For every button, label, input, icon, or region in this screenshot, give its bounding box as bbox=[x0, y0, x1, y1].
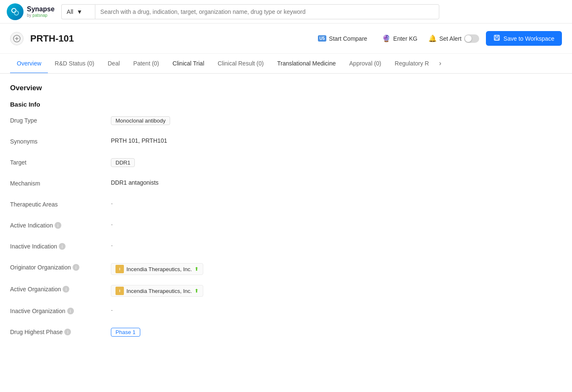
target-tag[interactable]: DDR1 bbox=[111, 158, 135, 167]
enter-kg-button[interactable]: 🔮 Enter KG bbox=[378, 32, 422, 45]
inactive-indication-info-icon[interactable]: i bbox=[59, 243, 66, 250]
svg-rect-4 bbox=[495, 38, 499, 40]
tab-clinical-trial[interactable]: Clinical Trial bbox=[166, 54, 211, 73]
value-originator-org: I Incendia Therapeutics, Inc. ⬆ bbox=[111, 262, 562, 275]
drug-title: PRTH-101 bbox=[30, 33, 307, 44]
save-icon bbox=[493, 34, 500, 42]
label-inactive-indication: Inactive Indication i bbox=[10, 241, 111, 250]
drug-type-tag: Monoclonal antibody bbox=[111, 116, 170, 125]
active-org-name: Incendia Therapeutics, Inc. bbox=[126, 288, 192, 294]
field-originator-org: Originator Organization i I Incendia The… bbox=[10, 262, 562, 275]
dropdown-icon: ▼ bbox=[76, 8, 82, 15]
start-compare-button[interactable]: U5 Start Compare bbox=[314, 33, 372, 44]
active-org-link-icon: ⬆ bbox=[194, 288, 199, 294]
tab-clinical-result[interactable]: Clinical Result (0) bbox=[211, 54, 270, 73]
field-active-org: Active Organization i I Incendia Therape… bbox=[10, 284, 562, 297]
field-active-indication: Active Indication i - bbox=[10, 220, 562, 232]
search-type-select[interactable]: All ▼ bbox=[61, 4, 95, 19]
value-active-indication: - bbox=[111, 220, 562, 228]
field-inactive-indication: Inactive Indication i - bbox=[10, 241, 562, 253]
label-active-indication: Active Indication i bbox=[10, 220, 111, 229]
value-drug-highest-phase: Phase 1 bbox=[111, 327, 562, 337]
label-therapeutic-areas: Therapeutic Areas bbox=[10, 199, 111, 208]
drug-phase-info-icon[interactable]: i bbox=[64, 329, 71, 335]
active-indication-info-icon[interactable]: i bbox=[55, 222, 61, 229]
value-drug-type: Monoclonal antibody bbox=[111, 115, 562, 125]
section-title: Overview bbox=[10, 84, 562, 92]
logo-sub: by patsnap bbox=[27, 13, 55, 18]
originator-org-info-icon[interactable]: i bbox=[73, 264, 79, 271]
kg-icon: 🔮 bbox=[382, 34, 391, 42]
svg-point-1 bbox=[14, 11, 18, 15]
save-to-workspace-button[interactable]: Save to Workspace bbox=[486, 31, 562, 46]
value-mechanism: DDR1 antagonists bbox=[111, 178, 562, 186]
active-org-badge[interactable]: I Incendia Therapeutics, Inc. ⬆ bbox=[111, 285, 203, 297]
compare-icon: U5 bbox=[318, 35, 327, 42]
value-inactive-org: - bbox=[111, 306, 562, 314]
label-synonyms: Synonyms bbox=[10, 136, 111, 145]
search-input[interactable] bbox=[95, 4, 439, 19]
field-drug-type: Drug Type Monoclonal antibody bbox=[10, 115, 562, 127]
sub-section-title: Basic Info bbox=[10, 101, 562, 108]
tab-patent[interactable]: Patent (0) bbox=[126, 54, 165, 73]
field-mechanism: Mechanism DDR1 antagonists bbox=[10, 178, 562, 190]
active-org-logo: I bbox=[115, 287, 124, 295]
drug-header: PRTH-101 U5 Start Compare 🔮 Enter KG 🔔 S… bbox=[0, 24, 572, 54]
alert-toggle[interactable] bbox=[464, 34, 479, 43]
label-originator-org: Originator Organization i bbox=[10, 262, 111, 271]
value-synonyms: PRTH 101, PRTH101 bbox=[111, 136, 562, 144]
drug-phase-tag: Phase 1 bbox=[111, 328, 140, 337]
value-active-org: I Incendia Therapeutics, Inc. ⬆ bbox=[111, 284, 562, 297]
label-target: Target bbox=[10, 157, 111, 166]
field-therapeutic-areas: Therapeutic Areas - bbox=[10, 199, 562, 211]
svg-point-0 bbox=[12, 8, 16, 13]
originator-org-logo: I bbox=[115, 265, 124, 273]
drug-icon bbox=[10, 32, 24, 45]
originator-org-link-icon: ⬆ bbox=[194, 266, 199, 272]
value-inactive-indication: - bbox=[111, 241, 562, 249]
label-drug-type: Drug Type bbox=[10, 115, 111, 124]
label-active-org: Active Organization i bbox=[10, 284, 111, 293]
logo-icon bbox=[7, 3, 24, 20]
field-drug-highest-phase: Drug Highest Phase i Phase 1 bbox=[10, 327, 562, 339]
tab-regulatory[interactable]: Regulatory R bbox=[388, 54, 436, 73]
set-alert-wrapper: 🔔 Set Alert bbox=[428, 34, 479, 43]
label-mechanism: Mechanism bbox=[10, 178, 111, 187]
originator-org-badge[interactable]: I Incendia Therapeutics, Inc. ⬆ bbox=[111, 263, 203, 275]
originator-org-name: Incendia Therapeutics, Inc. bbox=[126, 266, 192, 272]
logo[interactable]: Synapse by patsnap bbox=[7, 3, 55, 20]
save-label: Save to Workspace bbox=[504, 35, 554, 42]
content-area: Overview Basic Info Drug Type Monoclonal… bbox=[0, 74, 572, 358]
tab-overview[interactable]: Overview bbox=[10, 54, 48, 73]
inactive-org-info-icon[interactable]: i bbox=[67, 308, 74, 314]
tab-translational-medicine[interactable]: Translational Medicine bbox=[270, 54, 343, 73]
alert-label: Set Alert bbox=[439, 35, 462, 42]
compare-label: Start Compare bbox=[329, 35, 367, 42]
search-type-label: All bbox=[67, 8, 73, 15]
value-therapeutic-areas: - bbox=[111, 199, 562, 207]
search-wrapper: All ▼ bbox=[61, 4, 439, 19]
label-inactive-org: Inactive Organization i bbox=[10, 306, 111, 314]
logo-text: Synapse by patsnap bbox=[27, 5, 55, 18]
tabs-more-icon[interactable]: › bbox=[436, 54, 444, 73]
field-inactive-org: Inactive Organization i - bbox=[10, 306, 562, 318]
alert-icon: 🔔 bbox=[428, 34, 437, 42]
label-drug-highest-phase: Drug Highest Phase i bbox=[10, 327, 111, 335]
field-target: Target DDR1 bbox=[10, 157, 562, 169]
header-actions: U5 Start Compare 🔮 Enter KG 🔔 Set Alert … bbox=[314, 31, 562, 46]
field-synonyms: Synonyms PRTH 101, PRTH101 bbox=[10, 136, 562, 148]
tab-deal[interactable]: Deal bbox=[101, 54, 127, 73]
tab-approval[interactable]: Approval (0) bbox=[343, 54, 388, 73]
kg-label: Enter KG bbox=[393, 35, 417, 42]
active-org-info-icon[interactable]: i bbox=[63, 286, 69, 293]
tab-rd-status[interactable]: R&D Status (0) bbox=[48, 54, 101, 73]
value-target: DDR1 bbox=[111, 157, 562, 167]
logo-name: Synapse bbox=[27, 5, 55, 13]
top-navigation: Synapse by patsnap All ▼ bbox=[0, 0, 572, 24]
tabs-bar: Overview R&D Status (0) Deal Patent (0) … bbox=[0, 54, 572, 74]
